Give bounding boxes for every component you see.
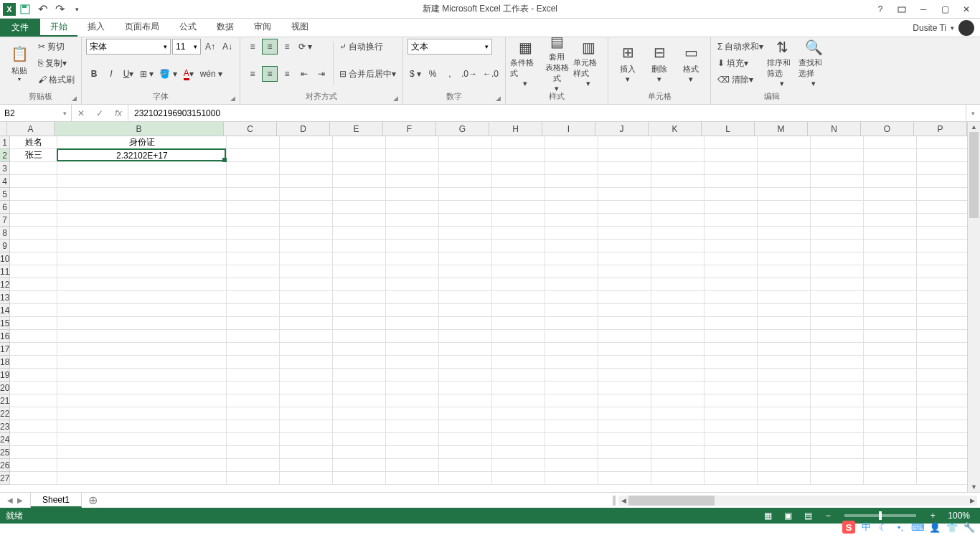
cell-C21[interactable] (227, 394, 280, 407)
sheet-nav[interactable]: ◀▶ (0, 493, 31, 508)
cell-K7[interactable] (651, 214, 705, 227)
col-header-M[interactable]: M (755, 122, 808, 136)
cell-E17[interactable] (333, 343, 386, 356)
cell-K26[interactable] (651, 459, 705, 472)
cell-A16[interactable] (10, 330, 57, 343)
cell-A3[interactable] (10, 162, 57, 175)
moon-icon[interactable]: ☾ (877, 521, 890, 534)
row-header-18[interactable]: 18 (0, 356, 9, 369)
cell-M24[interactable] (758, 433, 811, 446)
cell-E14[interactable] (333, 304, 386, 317)
cell-A21[interactable] (10, 394, 57, 407)
cell-M26[interactable] (758, 459, 811, 472)
row-header-23[interactable]: 23 (0, 420, 9, 433)
cell-H21[interactable] (492, 394, 545, 407)
cell-N16[interactable] (811, 330, 864, 343)
user-avatar[interactable] (958, 20, 974, 36)
cell-F5[interactable] (386, 188, 439, 201)
align-right-button[interactable]: ≡ (279, 66, 295, 82)
cell-P12[interactable] (917, 278, 967, 291)
cell-H3[interactable] (492, 162, 545, 175)
col-header-E[interactable]: E (330, 122, 383, 136)
cell-H7[interactable] (492, 214, 545, 227)
cell-D1[interactable] (280, 136, 333, 149)
cell-H1[interactable] (492, 136, 545, 149)
cell-C9[interactable] (227, 240, 280, 252)
clear-button[interactable]: ⌫ 清除 ▾ (715, 72, 755, 87)
cell-B21[interactable] (57, 394, 227, 407)
cell-O14[interactable] (864, 304, 917, 317)
cell-D5[interactable] (280, 188, 333, 201)
cell-G13[interactable] (439, 291, 492, 304)
tab-home[interactable]: 开始 (40, 19, 77, 37)
cell-F6[interactable] (386, 201, 439, 214)
cell-P26[interactable] (917, 459, 967, 472)
cell-L25[interactable] (705, 446, 758, 459)
cell-A15[interactable] (10, 317, 57, 330)
cell-H26[interactable] (492, 459, 545, 472)
cell-E27[interactable] (333, 472, 386, 485)
cell-H11[interactable] (492, 265, 545, 278)
cell-N10[interactable] (811, 252, 864, 265)
cell-O24[interactable] (864, 433, 917, 446)
font-launcher[interactable]: ◢ (230, 95, 235, 102)
cell-F8[interactable] (386, 227, 439, 240)
cell-C16[interactable] (227, 330, 280, 343)
punct-icon[interactable]: •, (894, 521, 907, 534)
select-all-corner[interactable] (0, 122, 7, 136)
cell-D24[interactable] (280, 433, 333, 446)
percent-button[interactable]: % (425, 66, 440, 82)
cell-J10[interactable] (598, 252, 651, 265)
row-header-26[interactable]: 26 (0, 459, 9, 472)
cell-I12[interactable] (545, 278, 598, 291)
row-header-19[interactable]: 19 (0, 369, 9, 382)
cell-J13[interactable] (598, 291, 651, 304)
cell-B25[interactable] (57, 446, 227, 459)
cell-G8[interactable] (439, 227, 492, 240)
col-header-P[interactable]: P (914, 122, 967, 136)
cell-I20[interactable] (545, 382, 598, 394)
copy-button[interactable]: ⎘ 复制 ▾ (36, 55, 69, 71)
cell-D3[interactable] (280, 162, 333, 175)
cell-G21[interactable] (439, 394, 492, 407)
maximize-button[interactable]: ▢ (936, 2, 954, 16)
cell-G20[interactable] (439, 382, 492, 394)
cell-M19[interactable] (758, 369, 811, 382)
cell-C19[interactable] (227, 369, 280, 382)
cell-N9[interactable] (811, 240, 864, 252)
cell-H6[interactable] (492, 201, 545, 214)
cell-A10[interactable] (10, 252, 57, 265)
currency-button[interactable]: $ ▾ (407, 66, 423, 82)
format-cells-button[interactable]: ▭格式▾ (676, 39, 706, 87)
cell-F9[interactable] (386, 240, 439, 252)
help-button[interactable]: ? (871, 2, 890, 16)
cell-L27[interactable] (705, 472, 758, 485)
cell-H15[interactable] (492, 317, 545, 330)
cell-K20[interactable] (651, 382, 705, 394)
user-tray-icon[interactable]: 👤 (928, 521, 941, 534)
cell-D2[interactable] (280, 149, 333, 162)
cell-D7[interactable] (280, 214, 333, 227)
cell-F13[interactable] (386, 291, 439, 304)
cell-N12[interactable] (811, 278, 864, 291)
cell-G25[interactable] (439, 446, 492, 459)
cell-O20[interactable] (864, 382, 917, 394)
cell-O23[interactable] (864, 420, 917, 433)
cell-A12[interactable] (10, 278, 57, 291)
cell-M9[interactable] (758, 240, 811, 252)
cell-I21[interactable] (545, 394, 598, 407)
cell-P18[interactable] (917, 356, 967, 369)
cell-O3[interactable] (864, 162, 917, 175)
cell-F18[interactable] (386, 356, 439, 369)
cell-M6[interactable] (758, 201, 811, 214)
cell-C14[interactable] (227, 304, 280, 317)
cell-E7[interactable] (333, 214, 386, 227)
cell-J27[interactable] (598, 472, 651, 485)
row-header-16[interactable]: 16 (0, 330, 9, 343)
cell-J3[interactable] (598, 162, 651, 175)
cell-P22[interactable] (917, 407, 967, 420)
cell-C23[interactable] (227, 420, 280, 433)
cell-E4[interactable] (333, 175, 386, 188)
cancel-edit-button[interactable]: ✕ (72, 108, 90, 118)
cell-C3[interactable] (227, 162, 280, 175)
